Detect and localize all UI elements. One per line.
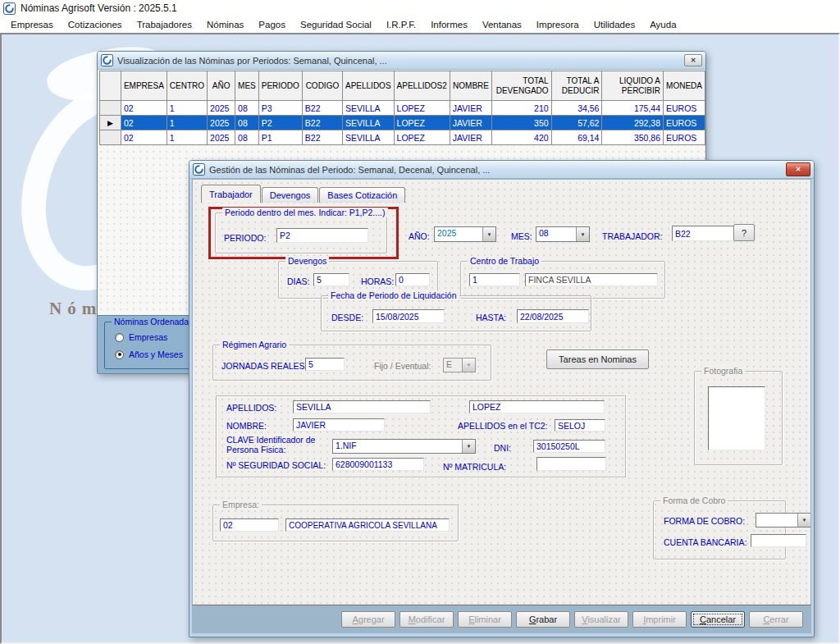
cell[interactable]: 08 [235, 116, 259, 130]
dias-input[interactable] [313, 273, 349, 286]
cell[interactable]: B22 [302, 116, 342, 130]
col-header-moneda[interactable]: MONEDA [664, 71, 705, 101]
cell[interactable]: 08 [235, 130, 259, 145]
col-header-periodo[interactable]: PERIODO [258, 71, 302, 101]
cell[interactable]: 02 [121, 101, 167, 116]
menu-pagos[interactable]: Pagos [251, 18, 293, 31]
cell[interactable]: 175,44 [602, 101, 664, 116]
nss-input[interactable] [332, 458, 424, 471]
col-header-centro[interactable]: CENTRO [167, 71, 207, 101]
cell[interactable]: B22 [302, 130, 342, 145]
dni-input[interactable] [533, 440, 605, 453]
col-header-apellidos2[interactable]: APELLIDOS2 [394, 71, 450, 101]
menu-seguridad-social[interactable]: Seguridad Social [293, 18, 379, 31]
menu-irpf[interactable]: I.R.P.F. [379, 18, 423, 31]
col-header-liquido-a-percibir[interactable]: LIQUIDO A PERCIBIR [602, 71, 664, 101]
cell[interactable]: LOPEZ [394, 116, 450, 130]
cell[interactable]: EUROS [664, 130, 705, 145]
menu-nominas[interactable]: Nóminas [199, 18, 251, 31]
cell[interactable]: 2025 [208, 101, 235, 116]
row-selector-marker[interactable]: ▶ [100, 116, 121, 130]
close-icon[interactable]: ✕ [684, 54, 702, 66]
cell[interactable]: 57,62 [551, 116, 602, 130]
cell[interactable]: LOPEZ [394, 101, 450, 116]
cell[interactable]: B22 [302, 101, 342, 116]
cell[interactable]: 2025 [208, 116, 235, 130]
menu-ayuda[interactable]: Ayuda [642, 18, 683, 31]
cell[interactable]: SEVILLA [342, 130, 394, 145]
list-window-titlebar[interactable]: Visualización de las Nóminas por Periodo… [98, 52, 705, 70]
cell[interactable]: 292,38 [602, 116, 664, 130]
centro-nombre-input[interactable] [525, 273, 658, 286]
cuenta-bancaria-input[interactable] [751, 534, 806, 547]
help-button[interactable]: ? [733, 224, 755, 241]
col-header-mes[interactable]: MES [235, 71, 259, 101]
tab-devengos[interactable]: Devengos [262, 187, 319, 203]
menu-empresas[interactable]: Empresas [3, 18, 61, 31]
cell[interactable]: 420 [492, 130, 551, 145]
col-header-ano[interactable]: AÑO [208, 71, 235, 101]
empresa-codigo-input[interactable] [220, 518, 279, 532]
centro-codigo-input[interactable] [469, 273, 520, 286]
apellidos1-input[interactable] [293, 400, 431, 413]
cell[interactable]: 1 [167, 130, 207, 145]
cell[interactable]: P3 [258, 101, 302, 116]
cell[interactable]: 34,56 [551, 101, 602, 116]
cell[interactable]: 210 [492, 101, 551, 116]
periodo-input[interactable] [276, 228, 368, 243]
row-selector[interactable] [100, 101, 121, 116]
clave-select[interactable]: 1.NIF ▼ [332, 439, 476, 454]
radio-anos-y-meses[interactable]: Años y Meses [115, 349, 183, 359]
close-icon[interactable]: ✕ [786, 162, 810, 176]
imprimir-button[interactable]: Imprimir [632, 611, 687, 628]
menu-trabajadores[interactable]: Trabajadores [130, 18, 199, 31]
cell[interactable]: 2025 [208, 130, 235, 145]
desde-input[interactable] [372, 309, 445, 323]
grabar-button[interactable]: Grabar [516, 611, 570, 628]
menu-informes[interactable]: Informes [423, 18, 475, 31]
forma-cobro-select[interactable]: ▼ [756, 513, 811, 528]
eliminar-button[interactable]: Eliminar [458, 611, 512, 628]
mes-select[interactable]: 08 ▼ [536, 226, 590, 242]
dialog-titlebar[interactable]: Gestión de las Nóminas del Periodo: Sema… [189, 161, 814, 179]
nombre-input[interactable] [293, 418, 385, 432]
col-header-empresa[interactable]: EMPRESA [121, 71, 167, 101]
row-selector[interactable] [100, 130, 121, 145]
cell[interactable]: JAVIER [450, 116, 492, 130]
cell[interactable]: 350,86 [602, 130, 664, 145]
cell[interactable]: P2 [258, 116, 302, 130]
cell[interactable]: 02 [121, 116, 167, 130]
menu-utilidades[interactable]: Utilidades [587, 18, 643, 31]
cell[interactable]: 1 [167, 116, 207, 130]
col-header-codigo[interactable]: CODIGO [302, 71, 342, 101]
cell[interactable]: EUROS [664, 116, 705, 130]
hasta-input[interactable] [517, 309, 589, 323]
col-header-nombre[interactable]: NOMBRE [450, 71, 492, 101]
col-header-total-devengado[interactable]: TOTAL DEVENGADO [492, 71, 551, 101]
modificar-button[interactable]: Modificar [399, 611, 454, 628]
cell[interactable]: JAVIER [450, 130, 492, 145]
apellidos2-input[interactable] [469, 400, 605, 413]
cell[interactable]: 1 [167, 101, 207, 116]
cell[interactable]: 69,14 [551, 130, 602, 145]
cell[interactable]: 02 [121, 130, 167, 145]
cell[interactable]: JAVIER [450, 101, 492, 116]
menu-cotizaciones[interactable]: Cotizaciones [61, 18, 130, 31]
cell[interactable]: SEVILLA [342, 116, 394, 130]
ano-select[interactable]: 2025 ▼ [434, 226, 496, 242]
tab-trabajador[interactable]: Trabajador [201, 185, 261, 203]
cell[interactable]: EUROS [664, 101, 705, 116]
cell[interactable]: LOPEZ [394, 130, 450, 145]
menu-impresora[interactable]: Impresora [529, 18, 587, 31]
col-header-apellidos[interactable]: APELLIDOS [342, 71, 394, 101]
jornadas-input[interactable] [305, 358, 345, 371]
matricula-input[interactable] [536, 457, 606, 471]
cell[interactable]: SEVILLA [342, 101, 394, 116]
tareas-en-nominas-button[interactable]: Tareas en Nominas [546, 349, 649, 369]
tc2-input[interactable] [555, 419, 605, 432]
cell[interactable]: 08 [235, 101, 259, 116]
tab-bases-cotizacion[interactable]: Bases Cotización [319, 187, 405, 203]
radio-empresas[interactable]: Empresas [115, 332, 167, 342]
agregar-button[interactable]: Agregar [341, 611, 395, 628]
horas-input[interactable] [395, 273, 430, 286]
